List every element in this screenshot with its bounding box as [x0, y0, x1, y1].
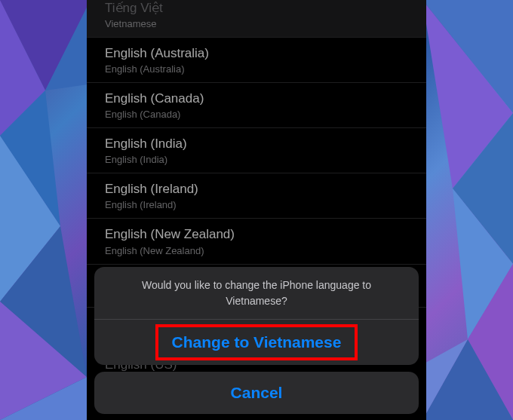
cancel-button-label: Cancel — [231, 384, 283, 401]
language-subtitle: English (Australia) — [105, 63, 408, 75]
action-sheet: Would you like to change the iPhone lang… — [94, 267, 419, 420]
language-row[interactable]: English (New Zealand) English (New Zeala… — [87, 219, 426, 264]
language-row[interactable]: English (Canada) English (Canada) — [87, 83, 426, 128]
language-title: English (New Zealand) — [105, 226, 408, 243]
language-subtitle: English (Canada) — [105, 109, 408, 120]
language-row[interactable]: English (India) English (India) — [87, 128, 426, 173]
language-row[interactable]: Tiếng Việt Vietnamese — [87, 0, 426, 38]
language-title: Tiếng Việt — [105, 0, 408, 17]
phone-screen: Tiếng Việt Vietnamese English (Australia… — [87, 0, 426, 420]
language-row[interactable]: English (Australia) English (Australia) — [87, 38, 426, 83]
language-subtitle: English (Ireland) — [105, 199, 408, 210]
language-row[interactable]: English (Ireland) English (Ireland) — [87, 173, 426, 219]
confirm-change-language-button[interactable]: Change to Vietnamese — [94, 320, 419, 365]
action-sheet-group: Would you like to change the iPhone lang… — [94, 267, 419, 365]
language-subtitle: Vietnamese — [105, 18, 408, 29]
language-subtitle: English (India) — [105, 154, 408, 165]
language-title: English (Canada) — [105, 90, 408, 107]
action-sheet-message: Would you like to change the iPhone lang… — [94, 267, 419, 320]
confirm-change-language-label: Change to Vietnamese — [166, 332, 348, 353]
language-title: English (India) — [105, 136, 408, 152]
cancel-button[interactable]: Cancel — [94, 372, 419, 414]
language-title: English (Australia) — [105, 45, 408, 62]
language-subtitle: English (New Zealand) — [105, 245, 408, 256]
language-title: English (Ireland) — [105, 181, 408, 198]
